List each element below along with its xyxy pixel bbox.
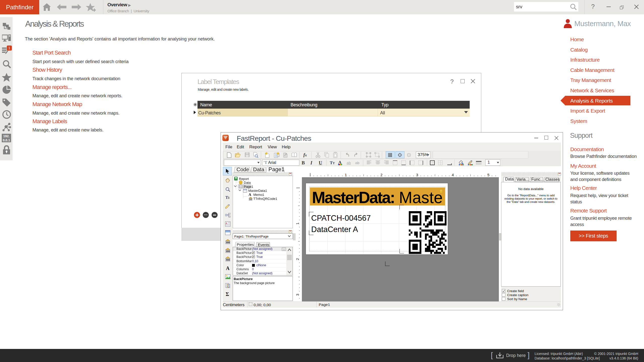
svg-text:5: 5	[487, 173, 489, 177]
svg-text:2: 2	[380, 173, 382, 177]
svg-text:1: 1	[296, 222, 300, 224]
svg-text:A: A	[225, 222, 227, 224]
svg-text:2: 2	[296, 258, 300, 260]
svg-text:1: 1	[345, 173, 347, 177]
svg-text:3: 3	[296, 294, 300, 296]
svg-text:3: 3	[416, 173, 418, 177]
svg-text:4: 4	[452, 173, 454, 177]
